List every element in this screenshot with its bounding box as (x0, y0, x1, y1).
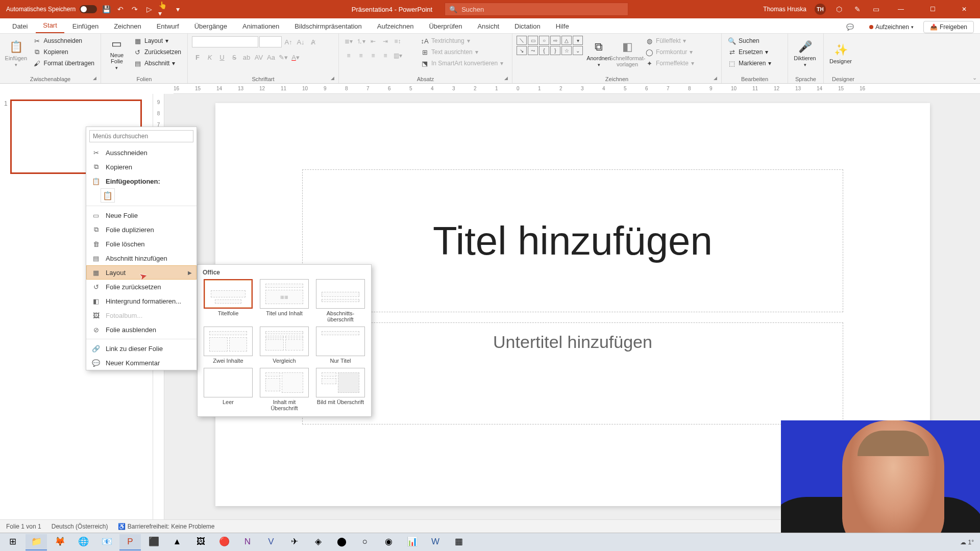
ctx-duplicate-slide[interactable]: ⧉Folie duplizieren (86, 222, 197, 237)
search-input[interactable] (461, 6, 624, 13)
drawing-launcher-icon[interactable]: ◢ (714, 76, 720, 82)
word-icon[interactable]: W (425, 534, 446, 550)
italic-icon[interactable]: K (204, 52, 215, 63)
increase-font-icon[interactable]: A↑ (283, 36, 294, 47)
status-language[interactable]: Deutsch (Österreich) (52, 523, 108, 530)
tab-datei[interactable]: Datei (5, 19, 35, 33)
minimize-button[interactable]: — (889, 0, 913, 18)
layout-option-3[interactable]: Zwei Inhalte (203, 327, 254, 364)
app-icon-7[interactable]: 📊 (401, 534, 423, 550)
autosave-toggle[interactable]: Automatisches Speichern (6, 5, 97, 13)
shape-more-icon[interactable]: ▾ (573, 36, 583, 45)
ctx-add-section[interactable]: ▤Abschnitt hinzufügen (86, 251, 197, 265)
section-button[interactable]: ▤Abschnitt ▾ (132, 58, 183, 68)
ctx-copy[interactable]: ⧉Kopieren (86, 160, 197, 174)
tray-weather-icon[interactable]: ☁ 1° (960, 539, 974, 546)
reset-button[interactable]: ↺Zurücksetzen (132, 47, 183, 57)
title-placeholder[interactable]: Titel hinzufügen (302, 169, 843, 312)
ctx-link-slide[interactable]: 🔗Link zu dieser Folie (86, 341, 197, 356)
shadow-icon[interactable]: ab (241, 52, 252, 63)
font-family-combo[interactable] (192, 36, 258, 47)
tab-start[interactable]: Start (36, 18, 64, 33)
layout-option-7[interactable]: Inhalt mit Überschrift (259, 368, 310, 411)
autosave-switch-icon[interactable] (80, 5, 97, 13)
indent-inc-icon[interactable]: ⇥ (380, 36, 391, 47)
start-menu-icon[interactable]: ⊞ (2, 534, 23, 550)
app-icon-6[interactable]: ◉ (378, 534, 399, 550)
layout-option-8[interactable]: Bild mit Überschrift (315, 368, 366, 411)
app-icon-1[interactable]: ⬛ (143, 534, 164, 550)
drawing-mode-icon[interactable]: ✎ (852, 4, 863, 14)
comments-icon[interactable]: 💬 (841, 21, 860, 33)
font-color-icon[interactable]: A▾ (290, 52, 301, 63)
share-button[interactable]: 📤Freigeben (923, 21, 974, 33)
onenote-icon[interactable]: N (237, 534, 258, 550)
clear-format-icon[interactable]: A̷ (307, 36, 318, 47)
strike-icon[interactable]: S̶ (229, 52, 240, 63)
user-name[interactable]: Thomas Hruska (763, 6, 806, 13)
tab-ansicht[interactable]: Ansicht (470, 19, 506, 33)
vlc-icon[interactable]: ▲ (166, 534, 188, 550)
bullets-icon[interactable]: ≣▾ (343, 36, 354, 47)
app-icon-8[interactable]: ▦ (448, 534, 470, 550)
layout-option-4[interactable]: Vergleich (259, 327, 310, 364)
tab-uebergaenge[interactable]: Übergänge (187, 19, 234, 33)
find-button[interactable]: 🔍Suchen (726, 36, 773, 46)
app-icon-4[interactable]: ◈ (307, 534, 329, 550)
columns-icon[interactable]: ▥▾ (392, 50, 403, 61)
font-launcher-icon[interactable]: ◢ (331, 76, 337, 82)
new-slide-button[interactable]: ▭Neue Folie▾ (105, 36, 129, 71)
ctx-new-comment[interactable]: 💬Neuer Kommentar (86, 356, 197, 370)
spacing-icon[interactable]: AV (253, 52, 264, 63)
outline-button[interactable]: ◯Formkontur ▾ (643, 47, 696, 57)
layout-option-0[interactable]: Titelfolie (203, 279, 254, 322)
quick-styles-button[interactable]: ◧Schnellformat-vorlagen (615, 36, 640, 71)
cut-button[interactable]: ✂Ausschneiden (31, 36, 96, 46)
tab-einfuegen[interactable]: Einfügen (65, 19, 106, 33)
format-painter-button[interactable]: 🖌Format übertragen (31, 58, 96, 68)
file-explorer-icon[interactable]: 📁 (26, 534, 47, 550)
numbering-icon[interactable]: ⒈▾ (355, 36, 366, 47)
ctx-delete-slide[interactable]: 🗑Folie löschen (86, 237, 197, 251)
tab-hilfe[interactable]: Hilfe (549, 19, 576, 33)
line-spacing-icon[interactable]: ≡↕ (392, 36, 403, 47)
shape-brace-icon[interactable]: { (539, 46, 549, 55)
shape-brace2-icon[interactable]: } (550, 46, 560, 55)
maximize-button[interactable]: ☐ (921, 0, 944, 18)
ctx-reset-slide[interactable]: ↺Folie zurücksetzen (86, 280, 197, 294)
ctx-format-background[interactable]: ◧Hintergrund formatieren... (86, 294, 197, 308)
shape-line-icon[interactable]: ＼ (517, 36, 527, 45)
app-icon-2[interactable]: 🖼 (190, 534, 211, 550)
shape-scroll-icon[interactable]: ⌄ (573, 46, 583, 55)
close-button[interactable]: ✕ (952, 0, 976, 18)
shape-triangle-icon[interactable]: △ (561, 36, 572, 45)
paste-button[interactable]: 📋Einfügen▾ (4, 36, 28, 71)
shapes-gallery[interactable]: ＼ ▭ ○ ⇨ △ ▾ ↘ ⤳ { } ☆ ⌄ (517, 36, 583, 55)
ctx-new-slide[interactable]: ▭Neue Folie (86, 208, 197, 222)
dictate-button[interactable]: 🎤Diktieren▾ (792, 36, 818, 71)
paragraph-launcher-icon[interactable]: ◢ (504, 76, 510, 82)
record-button[interactable]: Aufzeichnen▾ (864, 21, 919, 33)
tab-aufzeichnen[interactable]: Aufzeichnen (370, 19, 421, 33)
chrome-icon[interactable]: 🌐 (72, 534, 94, 550)
tab-zeichnen[interactable]: Zeichnen (107, 19, 148, 33)
tab-entwurf[interactable]: Entwurf (150, 19, 186, 33)
align-center-icon[interactable]: ≡ (355, 50, 366, 61)
shape-curved-icon[interactable]: ⤳ (528, 46, 538, 55)
tab-bildschirmpraesentation[interactable]: Bildschirmpräsentation (287, 19, 369, 33)
align-left-icon[interactable]: ≡ (343, 50, 354, 61)
tab-dictation[interactable]: Dictation (507, 19, 548, 33)
layout-option-1[interactable]: ▦▦Titel und Inhalt (259, 279, 310, 322)
touch-mode-icon[interactable]: 👆▾ (158, 4, 168, 14)
shape-arrow-icon[interactable]: ⇨ (550, 36, 560, 45)
shape-rect-icon[interactable]: ▭ (528, 36, 538, 45)
shape-star-icon[interactable]: ☆ (561, 46, 572, 55)
ctx-paste-option-1[interactable]: 📋 (101, 188, 115, 203)
redo-icon[interactable]: ↷ (130, 4, 140, 14)
arrange-button[interactable]: ⧉Anordnen▾ (586, 36, 611, 71)
search-box[interactable]: 🔍 (445, 3, 628, 16)
designer-button[interactable]: ✨Designer (828, 36, 853, 71)
app-icon-3[interactable]: 🔴 (213, 534, 235, 550)
ctx-layout[interactable]: ▦Layout▶ (86, 265, 197, 280)
layout-button[interactable]: ▦Layout ▾ (132, 36, 183, 46)
